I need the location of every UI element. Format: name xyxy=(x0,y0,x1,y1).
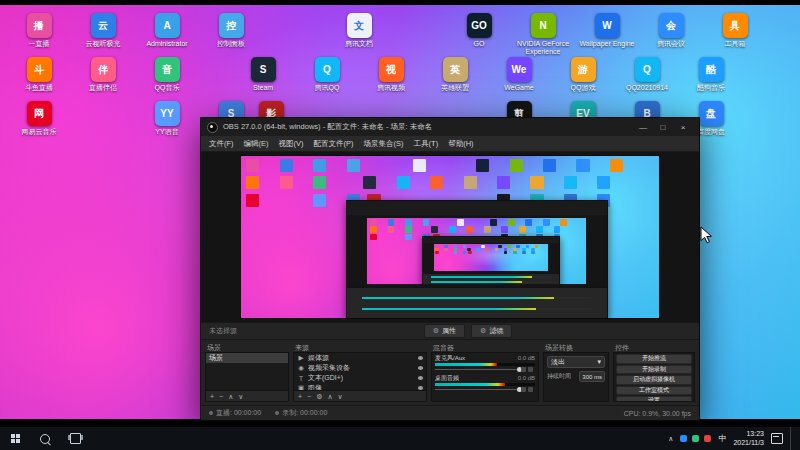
start-button[interactable] xyxy=(0,427,30,450)
mixer-channel-db: 0.0 dB xyxy=(518,375,535,382)
search-button[interactable] xyxy=(30,427,60,450)
source-list-item[interactable]: ▶媒体源 xyxy=(294,353,426,363)
menu-item[interactable]: 编辑(E) xyxy=(244,139,269,149)
source-toolbar-button[interactable]: ⚙滤镜 xyxy=(471,324,512,338)
volume-slider[interactable] xyxy=(435,367,535,372)
mini-desktop-icon xyxy=(535,245,539,249)
desktop-icon[interactable]: QQQ20210914 xyxy=(618,57,676,92)
desktop-icon[interactable]: Q腾讯QQ xyxy=(298,57,356,92)
tray-icon-green[interactable] xyxy=(692,435,699,442)
source-list-item[interactable]: T文本(GDI+) xyxy=(294,373,426,383)
desktop-icon[interactable]: 会腾讯会议 xyxy=(642,13,700,48)
menu-item[interactable]: 配置文件(P) xyxy=(314,139,354,149)
source-list-item[interactable]: ▣图像 xyxy=(294,383,426,391)
desktop-icon[interactable]: NNVIDIA GeForce Experience xyxy=(514,13,572,56)
visibility-eye-icon[interactable] xyxy=(418,366,423,370)
channel-settings-icon[interactable] xyxy=(528,367,533,372)
source-toolbar: 未选择源 ⚙属性⚙滤镜 xyxy=(201,322,699,340)
close-button[interactable]: × xyxy=(673,119,693,135)
scenes-toolbar-button[interactable]: + xyxy=(210,393,214,400)
mini-desktop-icon xyxy=(463,251,467,255)
scenes-toolbar: +−∧∨ xyxy=(205,391,289,402)
desktop-icon[interactable]: 文腾讯文档 xyxy=(330,13,388,48)
scenes-toolbar-button[interactable]: ∧ xyxy=(228,393,233,400)
speaker-icon[interactable] xyxy=(521,387,526,392)
mini-desktop-icon xyxy=(522,251,526,255)
visibility-eye-icon[interactable] xyxy=(418,376,423,380)
taskbar-left xyxy=(0,427,90,450)
show-desktop-button[interactable] xyxy=(790,427,794,450)
desktop-icon[interactable]: SSteam xyxy=(234,57,292,92)
media-source-icon: ▶ xyxy=(297,354,305,362)
search-icon xyxy=(40,434,50,444)
maximize-button[interactable]: □ xyxy=(653,119,673,135)
control-button[interactable]: 开始推流 xyxy=(616,354,692,364)
menu-item[interactable]: 工具(T) xyxy=(414,139,439,149)
desktop-icon[interactable]: 音QQ音乐 xyxy=(138,57,196,92)
taskbar-clock[interactable]: 13:23 2021/11/3 xyxy=(733,430,764,448)
speaker-icon[interactable] xyxy=(521,367,526,372)
desktop-icon[interactable]: 英英雄联盟 xyxy=(426,57,484,92)
sources-toolbar-button[interactable]: ∨ xyxy=(338,393,343,400)
mini-desktop-icon xyxy=(543,159,556,172)
control-button[interactable]: 设置 xyxy=(616,396,692,402)
menu-item[interactable]: 场景集合(S) xyxy=(364,139,404,149)
desktop-icon[interactable]: 播一直播 xyxy=(10,13,68,48)
source-list-item[interactable]: ◉视频采集设备 xyxy=(294,363,426,373)
scene-list-item[interactable]: 场景 xyxy=(206,353,288,363)
menu-item[interactable]: 文件(F) xyxy=(209,139,234,149)
obs-titlebar[interactable]: OBS 27.0.0 (64-bit, windows) - 配置文件: 未命名… xyxy=(201,118,699,136)
desktop-icon[interactable]: AAdministrator xyxy=(138,13,196,48)
menu-item[interactable]: 帮助(H) xyxy=(448,139,473,149)
app-icon: 控 xyxy=(219,13,244,38)
minimize-button[interactable]: — xyxy=(633,119,653,135)
scenes-toolbar-button[interactable]: ∨ xyxy=(238,393,243,400)
obs-menubar: 文件(F)编辑(E)视图(V)配置文件(P)场景集合(S)工具(T)帮助(H) xyxy=(201,136,699,152)
desktop-icon[interactable]: 伴直播伴侣 xyxy=(74,57,132,92)
sources-toolbar-button[interactable]: + xyxy=(298,393,302,400)
visibility-eye-icon[interactable] xyxy=(418,356,423,360)
transition-select[interactable]: 淡出 ▾ xyxy=(547,356,605,368)
sources-toolbar-button[interactable]: ⚙ xyxy=(316,393,322,400)
tray-expand-chevron-icon[interactable]: ∧ xyxy=(668,435,673,443)
obs-preview-area[interactable] xyxy=(201,152,699,322)
duration-spinner[interactable]: 300 ms xyxy=(579,371,605,382)
desktop-icon[interactable]: GOGO xyxy=(450,13,508,48)
desktop-icon[interactable]: WeWeGame xyxy=(490,57,548,92)
mini-desktop-icon xyxy=(466,226,473,233)
menu-item[interactable]: 视图(V) xyxy=(279,139,304,149)
mixer-channel: 桌面音频0.0 dB xyxy=(432,373,538,393)
control-button[interactable]: 启动虚拟摄像机 xyxy=(616,375,692,385)
mini-desktop-icon xyxy=(423,219,430,226)
mini-desktop-icon xyxy=(513,251,517,255)
desktop-icon[interactable]: 游QQ游戏 xyxy=(554,57,612,92)
desktop-icon[interactable]: 视腾讯视频 xyxy=(362,57,420,92)
desktop-icon[interactable]: YYYY语音 xyxy=(138,101,196,136)
action-center-icon[interactable] xyxy=(771,433,783,444)
tray-icon-blue[interactable] xyxy=(680,435,687,442)
source-toolbar-button[interactable]: ⚙属性 xyxy=(424,324,465,338)
desktop-icon-label: 腾讯QQ xyxy=(298,84,356,92)
desktop-icon[interactable]: 具工具箱 xyxy=(706,13,764,48)
ime-indicator[interactable]: 中 xyxy=(718,433,726,444)
task-view-button[interactable] xyxy=(60,427,90,450)
scenes-panel: 场景 场景 +−∧∨ xyxy=(205,343,289,402)
control-button[interactable]: 开始录制 xyxy=(616,365,692,375)
channel-settings-icon[interactable] xyxy=(528,387,533,392)
mini-obs-panels xyxy=(423,273,559,285)
desktop-icon[interactable]: 酷酷狗音乐 xyxy=(682,57,740,92)
mini-desktop-icon xyxy=(388,226,395,233)
mini-desktop-icon xyxy=(543,219,550,226)
tray-icon-red[interactable] xyxy=(704,435,711,442)
desktop-icon[interactable]: WWallpaper Engine xyxy=(578,13,636,48)
sources-toolbar-button[interactable]: − xyxy=(307,393,311,400)
scenes-toolbar-button[interactable]: − xyxy=(219,393,223,400)
control-button[interactable]: 工作室模式 xyxy=(616,386,692,396)
visibility-eye-icon[interactable] xyxy=(418,386,423,390)
desktop-icon[interactable]: 斗斗鱼直播 xyxy=(10,57,68,92)
volume-slider[interactable] xyxy=(435,387,535,392)
desktop-icon[interactable]: 控控制面板 xyxy=(202,13,260,48)
desktop-icon[interactable]: 网网易云音乐 xyxy=(10,101,68,136)
desktop-icon[interactable]: 云云视听极光 xyxy=(74,13,132,48)
sources-toolbar-button[interactable]: ∧ xyxy=(327,393,332,400)
